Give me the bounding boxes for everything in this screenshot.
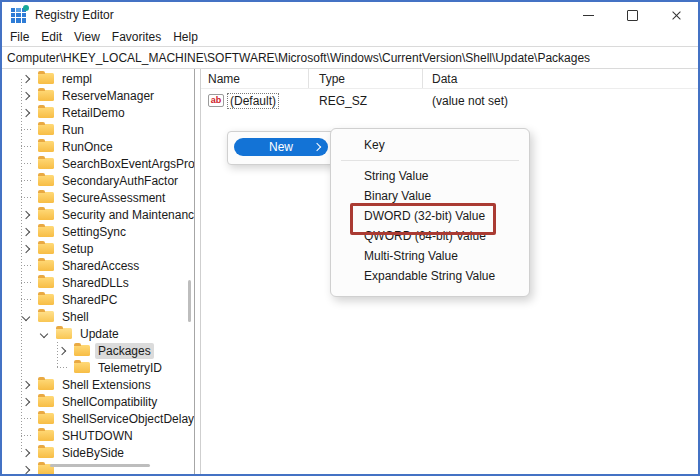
tree-item-shareddlls[interactable]: SharedDLLs xyxy=(2,274,194,291)
tree-item-security-and-maintenance[interactable]: Security and Maintenance xyxy=(2,206,194,223)
tree-item-label: ReserveManager xyxy=(59,88,157,104)
tree-item-label: Shell Extensions xyxy=(59,377,154,393)
tree-item-label: SHUTDOWN xyxy=(59,428,136,444)
tree-item-update[interactable]: Update xyxy=(2,325,194,342)
tree-item-shellserviceobjectdelaylo[interactable]: ShellServiceObjectDelayLo xyxy=(2,410,194,427)
vertical-scrollbar-thumb[interactable] xyxy=(188,280,191,322)
tree-item-label: SearchBoxEventArgsProvi xyxy=(59,156,195,172)
column-header-type[interactable]: Type xyxy=(309,69,423,88)
folder-icon xyxy=(38,141,54,152)
tree-connector xyxy=(57,367,67,368)
tree-item-label: RetailDemo xyxy=(59,105,128,121)
tree-connector xyxy=(21,418,31,419)
tree-item-packages[interactable]: Packages xyxy=(2,342,194,359)
chevron-right-icon[interactable] xyxy=(22,380,30,388)
minimize-button[interactable] xyxy=(566,2,610,28)
folder-icon xyxy=(38,294,54,305)
column-header-data[interactable]: Data xyxy=(423,69,698,88)
value-name: (Default) xyxy=(227,93,279,109)
tree-item-sidebyside[interactable]: SideBySide xyxy=(2,444,194,461)
registry-path: Computer\HKEY_LOCAL_MACHINE\SOFTWARE\Mic… xyxy=(7,51,590,65)
tree-item-label: SharedAccess xyxy=(59,258,142,274)
tree-item-shell[interactable]: Shell xyxy=(2,308,194,325)
chevron-right-icon[interactable] xyxy=(22,91,30,99)
folder-icon xyxy=(38,226,54,237)
maximize-button[interactable] xyxy=(610,2,654,28)
menu-item-multi-string-value[interactable]: Multi-String Value xyxy=(331,246,529,266)
tree-item-searchboxeventargsprovi[interactable]: SearchBoxEventArgsProvi xyxy=(2,155,194,172)
menu-item-edit[interactable]: Edit xyxy=(35,30,68,44)
window-controls xyxy=(566,2,698,28)
tree-item-label: Setup xyxy=(59,241,96,257)
tree-item-runonce[interactable]: RunOnce xyxy=(2,138,194,155)
address-bar[interactable]: Computer\HKEY_LOCAL_MACHINE\SOFTWARE\Mic… xyxy=(2,47,698,69)
menu-item-key[interactable]: Key xyxy=(331,135,529,155)
close-icon xyxy=(671,10,682,21)
chevron-right-icon[interactable] xyxy=(22,465,30,473)
column-header-name[interactable]: Name xyxy=(201,69,309,88)
tree-item-telemetryid[interactable]: TelemetryID xyxy=(2,359,194,376)
folder-icon xyxy=(38,73,54,84)
menu-item-file[interactable]: File xyxy=(4,30,35,44)
new-label: New xyxy=(269,140,293,154)
folder-icon xyxy=(38,379,54,390)
tree-item-label: ShellCompatibility xyxy=(59,394,160,410)
folder-icon xyxy=(56,328,72,339)
chevron-right-icon[interactable] xyxy=(22,397,30,405)
menu-separator xyxy=(341,160,519,161)
chevron-right-icon[interactable] xyxy=(22,210,30,218)
tree-item-sharedaccess[interactable]: SharedAccess xyxy=(2,257,194,274)
tree-item-label: SharedDLLs xyxy=(59,275,132,291)
tree-connector xyxy=(21,163,31,164)
folder-icon xyxy=(38,90,54,101)
tree-item-label: SettingSync xyxy=(59,224,129,240)
folder-icon xyxy=(38,396,54,407)
tree-item-label: Run xyxy=(59,122,87,138)
minimize-icon xyxy=(583,15,594,16)
tree-connector xyxy=(21,265,31,266)
tree-item-rempl[interactable]: rempl xyxy=(2,70,194,87)
tree-item-setup[interactable]: Setup xyxy=(2,240,194,257)
tree-item-secureassessment[interactable]: SecureAssessment xyxy=(2,189,194,206)
tree-item-label: SharedPC xyxy=(59,292,120,308)
value-row-default[interactable]: ab (Default) REG_SZ (value not set) xyxy=(201,92,698,109)
folder-icon xyxy=(74,345,90,356)
title-bar: Registry Editor xyxy=(2,2,698,28)
chevron-right-icon[interactable] xyxy=(22,227,30,235)
chevron-down-icon[interactable] xyxy=(22,312,30,320)
tree-item-secondaryauthfactor[interactable]: SecondaryAuthFactor xyxy=(2,172,194,189)
tree-item-settingsync[interactable]: SettingSync xyxy=(2,223,194,240)
folder-icon xyxy=(38,158,54,169)
tree-item-retaildemo[interactable]: RetailDemo xyxy=(2,104,194,121)
chevron-right-icon[interactable] xyxy=(22,448,30,456)
folder-icon xyxy=(38,107,54,118)
tree-item-label: SecureAssessment xyxy=(59,190,168,206)
tree-item-label: TelemetryID xyxy=(95,360,165,376)
chevron-right-icon[interactable] xyxy=(22,108,30,116)
chevron-right-icon[interactable] xyxy=(22,74,30,82)
menu-item-view[interactable]: View xyxy=(68,30,106,44)
chevron-down-icon[interactable] xyxy=(40,329,48,337)
maximize-icon xyxy=(627,10,638,21)
menu-item-favorites[interactable]: Favorites xyxy=(106,30,167,44)
tree-item-shell-extensions[interactable]: Shell Extensions xyxy=(2,376,194,393)
tree-item-reservemanager[interactable]: ReserveManager xyxy=(2,87,194,104)
tree-connector xyxy=(21,299,31,300)
tree-item-shellcompatibility[interactable]: ShellCompatibility xyxy=(2,393,194,410)
tree-item-shutdown[interactable]: SHUTDOWN xyxy=(2,427,194,444)
tree-item-run[interactable]: Run xyxy=(2,121,194,138)
menu-item-help[interactable]: Help xyxy=(167,30,204,44)
tree-item-sharedpc[interactable]: SharedPC xyxy=(2,291,194,308)
tree-item-label: SecondaryAuthFactor xyxy=(59,173,181,189)
folder-icon xyxy=(38,124,54,135)
close-button[interactable] xyxy=(654,2,698,28)
chevron-right-icon[interactable] xyxy=(22,244,30,252)
tree-item-label xyxy=(59,469,65,471)
menu-item-expandable-string-value[interactable]: Expandable String Value xyxy=(331,266,529,286)
horizontal-scrollbar-thumb[interactable] xyxy=(50,464,150,467)
tree-item-label: Packages xyxy=(95,343,154,359)
tree-item-partial[interactable] xyxy=(2,461,194,474)
chevron-right-icon[interactable] xyxy=(58,346,66,354)
menu-item-new[interactable]: New xyxy=(234,138,328,156)
menu-item-string-value[interactable]: String Value xyxy=(331,166,529,186)
